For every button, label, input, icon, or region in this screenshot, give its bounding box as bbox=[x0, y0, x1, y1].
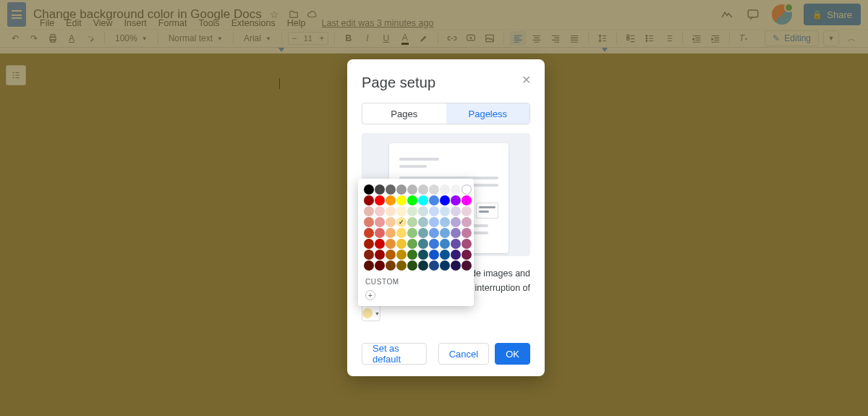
color-swatch[interactable] bbox=[429, 250, 439, 260]
color-swatch[interactable] bbox=[364, 217, 374, 227]
color-swatch[interactable] bbox=[429, 217, 439, 227]
color-swatch[interactable] bbox=[396, 184, 407, 195]
color-swatch[interactable] bbox=[461, 250, 472, 260]
color-swatch[interactable] bbox=[440, 217, 450, 227]
color-swatch[interactable] bbox=[386, 239, 396, 249]
color-swatch[interactable] bbox=[461, 206, 472, 216]
dialog-tabs: Pages Pageless bbox=[362, 103, 530, 124]
cancel-button[interactable]: Cancel bbox=[438, 343, 489, 365]
color-swatch[interactable] bbox=[429, 239, 439, 249]
color-swatch[interactable] bbox=[407, 228, 417, 238]
color-swatch[interactable] bbox=[451, 260, 461, 271]
color-swatch[interactable] bbox=[375, 239, 385, 249]
color-swatch[interactable] bbox=[429, 228, 439, 238]
color-swatch[interactable] bbox=[386, 206, 396, 216]
color-swatch[interactable] bbox=[396, 195, 407, 205]
color-grid bbox=[364, 184, 468, 271]
color-swatch[interactable] bbox=[461, 195, 472, 205]
color-swatch[interactable] bbox=[461, 260, 472, 271]
color-swatch[interactable] bbox=[461, 184, 472, 195]
background-color-button[interactable]: ▼ bbox=[362, 305, 380, 321]
color-swatch[interactable] bbox=[396, 217, 407, 227]
color-swatch[interactable] bbox=[440, 228, 450, 238]
color-swatch[interactable] bbox=[375, 217, 385, 227]
color-swatch[interactable] bbox=[407, 250, 417, 260]
color-swatch[interactable] bbox=[364, 260, 374, 271]
color-swatch[interactable] bbox=[386, 195, 396, 205]
color-swatch[interactable] bbox=[375, 260, 385, 271]
color-swatch[interactable] bbox=[364, 228, 374, 238]
color-swatch[interactable] bbox=[451, 195, 461, 205]
color-swatch[interactable] bbox=[407, 260, 417, 271]
color-swatch[interactable] bbox=[375, 206, 385, 216]
color-swatch[interactable] bbox=[386, 184, 396, 195]
add-custom-color-button[interactable]: + bbox=[365, 290, 375, 300]
color-swatch[interactable] bbox=[407, 217, 417, 227]
color-swatch[interactable] bbox=[364, 239, 374, 249]
color-swatch[interactable] bbox=[440, 184, 450, 195]
set-default-button[interactable]: Set as default bbox=[362, 343, 427, 365]
dialog-title: Page setup bbox=[362, 74, 530, 91]
color-swatch[interactable] bbox=[396, 250, 407, 260]
color-swatch[interactable] bbox=[418, 184, 428, 195]
color-swatch[interactable] bbox=[396, 239, 407, 249]
color-swatch[interactable] bbox=[418, 239, 428, 249]
color-swatch[interactable] bbox=[364, 206, 374, 216]
color-swatch[interactable] bbox=[451, 250, 461, 260]
color-swatch[interactable] bbox=[451, 184, 461, 195]
color-swatch[interactable] bbox=[386, 250, 396, 260]
current-color-swatch bbox=[362, 308, 373, 318]
color-swatch[interactable] bbox=[451, 228, 461, 238]
color-swatch[interactable] bbox=[461, 239, 472, 249]
color-swatch[interactable] bbox=[407, 195, 417, 205]
ok-button[interactable]: OK bbox=[495, 343, 530, 365]
color-swatch[interactable] bbox=[407, 184, 417, 195]
color-swatch[interactable] bbox=[429, 260, 439, 271]
color-swatch[interactable] bbox=[364, 184, 374, 195]
color-swatch[interactable] bbox=[440, 260, 450, 271]
color-swatch[interactable] bbox=[396, 260, 407, 271]
color-swatch[interactable] bbox=[418, 260, 428, 271]
color-swatch[interactable] bbox=[407, 239, 417, 249]
color-swatch[interactable] bbox=[429, 184, 439, 195]
color-swatch[interactable] bbox=[451, 217, 461, 227]
color-swatch[interactable] bbox=[461, 228, 472, 238]
color-swatch[interactable] bbox=[440, 195, 450, 205]
color-swatch[interactable] bbox=[386, 260, 396, 271]
custom-section-label: CUSTOM bbox=[365, 278, 468, 286]
color-swatch[interactable] bbox=[375, 184, 385, 195]
tab-pages[interactable]: Pages bbox=[362, 103, 446, 124]
color-swatch[interactable] bbox=[418, 217, 428, 227]
color-swatch[interactable] bbox=[418, 228, 428, 238]
color-swatch[interactable] bbox=[396, 206, 407, 216]
color-swatch[interactable] bbox=[386, 228, 396, 238]
tab-pageless[interactable]: Pageless bbox=[446, 103, 530, 124]
color-swatch[interactable] bbox=[375, 228, 385, 238]
color-swatch[interactable] bbox=[418, 250, 428, 260]
color-swatch[interactable] bbox=[451, 206, 461, 216]
color-swatch[interactable] bbox=[407, 206, 417, 216]
color-swatch[interactable] bbox=[364, 250, 374, 260]
color-swatch[interactable] bbox=[386, 217, 396, 227]
color-swatch[interactable] bbox=[375, 250, 385, 260]
color-picker-popover: CUSTOM + bbox=[358, 179, 474, 306]
color-swatch[interactable] bbox=[440, 239, 450, 249]
color-swatch[interactable] bbox=[396, 228, 407, 238]
color-swatch[interactable] bbox=[451, 239, 461, 249]
color-swatch[interactable] bbox=[375, 195, 385, 205]
color-swatch[interactable] bbox=[440, 250, 450, 260]
dialog-close-button[interactable]: ✕ bbox=[519, 72, 533, 87]
color-swatch[interactable] bbox=[429, 195, 439, 205]
color-swatch[interactable] bbox=[364, 195, 374, 205]
color-swatch[interactable] bbox=[440, 206, 450, 216]
color-swatch[interactable] bbox=[429, 206, 439, 216]
color-swatch[interactable] bbox=[461, 217, 472, 227]
color-swatch[interactable] bbox=[418, 206, 428, 216]
chevron-down-icon: ▼ bbox=[375, 311, 380, 316]
color-swatch[interactable] bbox=[418, 195, 428, 205]
